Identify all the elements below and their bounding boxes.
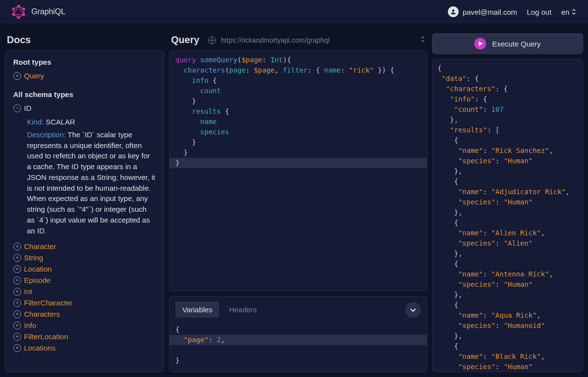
endpoint-url: https://rickandmortyapi.com/graphql xyxy=(221,36,416,44)
schema-type-item[interactable]: +String xyxy=(13,252,156,263)
result-panel: Execute Query { "data": { "characters": … xyxy=(432,28,583,372)
globe-icon xyxy=(208,36,216,44)
schema-type-label: Episode xyxy=(24,276,50,284)
tab-headers[interactable]: Headers xyxy=(222,302,264,318)
kind-label: Kind: xyxy=(27,118,44,126)
result-output[interactable]: { "data": { "characters": { "info": { "c… xyxy=(432,59,583,372)
graphql-logo-icon xyxy=(12,5,25,19)
schema-type-item[interactable]: +Characters xyxy=(13,308,156,320)
tab-variables[interactable]: Variables xyxy=(175,302,219,318)
query-editor[interactable]: query someQuery($page: Int){ characters(… xyxy=(169,50,427,291)
language-selector[interactable]: en xyxy=(561,8,576,16)
header-right: pavel@mail.com Log out en xyxy=(448,6,576,17)
schema-type-item[interactable]: +Int xyxy=(13,286,156,297)
schema-type-label: Characters xyxy=(24,310,60,318)
schema-type-label: FilterLocation xyxy=(24,332,68,341)
variables-header: Variables Headers xyxy=(170,297,427,323)
endpoint-selector[interactable]: https://rickandmortyapi.com/graphql xyxy=(208,36,425,44)
schema-type-label: ID xyxy=(24,104,31,112)
svg-point-5 xyxy=(18,17,20,19)
header-left: GraphiQL xyxy=(12,5,65,19)
app-title: GraphiQL xyxy=(31,7,65,16)
schema-types-heading: All schema types xyxy=(13,90,156,99)
svg-point-2 xyxy=(18,5,20,7)
schema-type-item[interactable]: +Character xyxy=(13,241,156,252)
logout-link[interactable]: Log out xyxy=(527,8,551,16)
description-value: The `ID` scalar type represents a unique… xyxy=(27,130,155,235)
query-panel: Query https://rickandmortyapi.com/graphq… xyxy=(169,28,427,372)
description-label: Description: xyxy=(27,130,66,139)
collapse-icon: − xyxy=(13,104,21,112)
schema-type-item[interactable]: +Info xyxy=(13,320,156,331)
updown-icon xyxy=(571,8,576,15)
schema-type-label: FilterCharacter xyxy=(24,299,73,307)
execute-label: Execute Query xyxy=(492,40,540,48)
execute-button[interactable]: Execute Query xyxy=(432,33,583,54)
schema-type-item[interactable]: +Location xyxy=(13,263,156,275)
root-types-heading: Root types xyxy=(13,58,156,66)
kind-value: SCALAR xyxy=(46,118,75,126)
docs-title: Docs xyxy=(5,28,164,50)
expand-icon: + xyxy=(13,344,21,352)
main-container: Docs Root types + Query All schema types… xyxy=(0,24,588,377)
expand-icon: + xyxy=(13,310,21,318)
expand-icon: + xyxy=(13,288,21,296)
schema-type-item[interactable]: +Episode xyxy=(13,275,156,286)
expand-icon: + xyxy=(13,333,21,341)
schema-type-label: Locations xyxy=(24,344,55,352)
updown-icon xyxy=(420,36,425,44)
svg-point-6 xyxy=(12,14,14,16)
expand-icon: + xyxy=(13,254,21,262)
app-header: GraphiQL pavel@mail.com Log out en xyxy=(0,0,588,24)
user-icon xyxy=(448,6,459,17)
root-type-label: Query xyxy=(24,72,44,80)
svg-point-4 xyxy=(23,14,25,16)
query-title: Query xyxy=(171,34,199,46)
variables-section: Variables Headers { "page": 2, } xyxy=(169,296,427,372)
svg-point-8 xyxy=(452,9,455,12)
expand-icon: + xyxy=(13,243,21,251)
schema-type-id[interactable]: − ID xyxy=(13,102,156,114)
play-icon xyxy=(474,38,486,50)
expand-icon: + xyxy=(13,265,21,273)
expand-icon: + xyxy=(13,299,21,307)
type-detail: Kind: SCALAR Description: The `ID` scala… xyxy=(27,117,156,236)
schema-type-label: String xyxy=(24,253,43,262)
chevron-down-icon xyxy=(410,306,416,313)
variables-tabs: Variables Headers xyxy=(175,302,264,318)
schema-type-label: Int xyxy=(24,287,32,296)
variables-editor[interactable]: { "page": 2, } xyxy=(170,323,427,372)
language-label: en xyxy=(561,8,569,16)
docs-content: Root types + Query All schema types − ID… xyxy=(5,50,164,372)
svg-point-7 xyxy=(12,8,14,10)
schema-type-item[interactable]: +Locations xyxy=(13,342,156,353)
expand-icon: + xyxy=(13,276,21,284)
schema-type-label: Character xyxy=(24,242,56,251)
expand-icon: + xyxy=(13,322,21,329)
schema-type-item[interactable]: +FilterCharacter xyxy=(13,297,156,308)
collapse-button[interactable] xyxy=(405,302,421,318)
docs-panel: Docs Root types + Query All schema types… xyxy=(5,28,164,372)
root-type-query[interactable]: + Query xyxy=(13,70,156,81)
schema-type-item[interactable]: +FilterLocation xyxy=(13,331,156,342)
svg-point-3 xyxy=(23,8,25,10)
user-email: pavel@mail.com xyxy=(463,8,517,16)
user-section[interactable]: pavel@mail.com xyxy=(448,6,517,17)
schema-type-label: Info xyxy=(24,321,36,329)
query-header: Query https://rickandmortyapi.com/graphq… xyxy=(169,28,427,50)
schema-type-label: Location xyxy=(24,265,52,273)
expand-icon: + xyxy=(13,72,21,80)
